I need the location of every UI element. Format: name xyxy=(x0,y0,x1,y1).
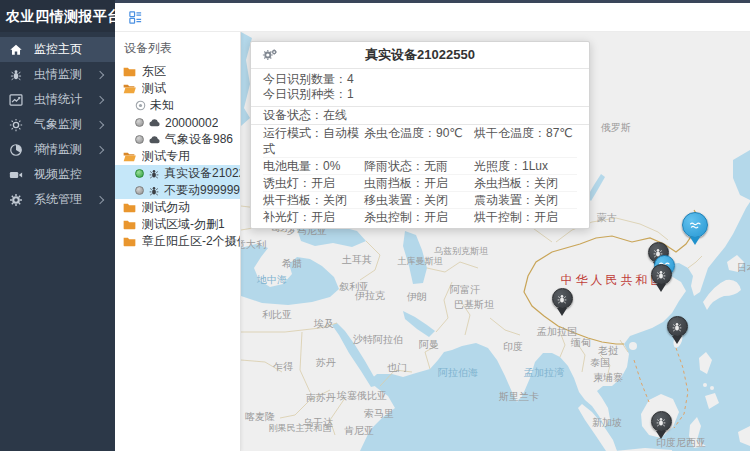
tree-device[interactable]: 不要动99999999 xyxy=(115,182,240,199)
popup-grid-cell: 杀虫仓温度：90℃ xyxy=(364,125,474,157)
sun-icon xyxy=(9,118,23,132)
tree-folder[interactable]: 测试勿动 xyxy=(115,199,240,216)
panel-toggle-icon[interactable] xyxy=(128,10,143,25)
popup-grid-cell: 补光灯：开启 xyxy=(263,209,364,225)
popup-grid-row: 运行模式：自动模式杀虫仓温度：90℃烘干仓温度：87℃ xyxy=(263,125,577,157)
sidebar-item-label: 墒情监测 xyxy=(34,141,97,158)
sidebar-item-video-monitor[interactable]: 视频监控 xyxy=(0,162,115,187)
tree-item-label: 章丘阳丘区-2个摄像头 xyxy=(142,233,240,250)
sidebar-item-insect-monitor[interactable]: 虫情监测 xyxy=(0,62,115,87)
popup-grid-cell: 降雨状态：无雨 xyxy=(364,158,474,174)
chevron-right-icon xyxy=(96,120,104,128)
insect-icon xyxy=(552,288,573,309)
folder-icon xyxy=(123,219,136,230)
sidebar-item-insect-stats[interactable]: 虫情统计 xyxy=(0,87,115,112)
popup-grid-row: 诱虫灯：开启虫雨挡板：开启杀虫挡板：关闭 xyxy=(263,174,577,191)
popup-grid-row: 烘干挡板：关闭移虫装置：关闭震动装置：关闭 xyxy=(263,191,577,208)
sidebar-item-label: 视频监控 xyxy=(34,166,105,183)
popup-grid-cell: 杀虫控制：开启 xyxy=(364,209,474,225)
topbar xyxy=(115,0,750,32)
water-wave-icon xyxy=(682,212,708,238)
tree-item-label: 测试区域-勿删1 xyxy=(142,216,225,233)
sidebar-item-label: 系统管理 xyxy=(34,191,97,208)
map[interactable]: 俄罗斯蒙古中华人民共和国捷克乌克兰匈牙利罗马尼亚意大利希腊土耳其哈萨克斯坦乌兹别… xyxy=(241,32,750,451)
insect-station-marker[interactable] xyxy=(650,411,672,439)
chevron-right-icon xyxy=(96,95,104,103)
insect-icon xyxy=(667,316,688,337)
sidebar-item-label: 监控主页 xyxy=(34,41,105,58)
insect-icon xyxy=(651,264,672,285)
popup-grid-cell: 烘干控制：开启 xyxy=(474,209,577,225)
popup-grid-cell: 虫雨挡板：开启 xyxy=(364,175,474,191)
pin-tail xyxy=(557,308,567,316)
popup-grid-cell: 移虫装置：关闭 xyxy=(364,192,474,208)
popup-grid-cell: 诱虫灯：开启 xyxy=(263,175,364,191)
tree-folder[interactable]: 东区 xyxy=(115,63,240,80)
video-icon xyxy=(9,168,23,182)
folder-open-icon xyxy=(123,151,136,162)
device-list-panel: 设备列表 东区测试未知20000002气象设备986测试专用真实设备210225… xyxy=(115,32,241,451)
tree-item-label: 20000002 xyxy=(165,116,218,130)
tree-item-label: 东区 xyxy=(142,63,166,80)
bug-device-icon xyxy=(148,168,160,180)
popup-grid-cell: 运行模式：自动模式 xyxy=(263,125,364,157)
device-tree: 东区测试未知20000002气象设备986测试专用真实设备21022550不要动… xyxy=(115,63,240,250)
pin-tail xyxy=(656,431,666,439)
popup-title: 真实设备21022550 xyxy=(251,42,589,68)
tree-device[interactable]: 未知 xyxy=(115,97,240,114)
tree-folder[interactable]: 测试区域-勿删1 xyxy=(115,216,240,233)
tree-item-label: 真实设备21022550 xyxy=(164,165,240,182)
sidebar-item-monitor-home[interactable]: 监控主页 xyxy=(0,37,115,62)
popup-status-grid: 运行模式：自动模式杀虫仓温度：90℃烘干仓温度：87℃电池电量：0%降雨状态：无… xyxy=(251,125,589,228)
app-window: 农业四情测报平台 监控主页虫情监测虫情统计气象监测墒情监测视频监控系统管理 设备… xyxy=(0,0,750,451)
folder-icon xyxy=(123,66,136,77)
sidebar-item-label: 虫情统计 xyxy=(34,91,97,108)
sidebar: 农业四情测报平台 监控主页虫情监测虫情统计气象监测墒情监测视频监控系统管理 xyxy=(0,0,115,451)
tree-folder[interactable]: 测试专用 xyxy=(115,148,240,165)
popup-grid-row: 补光灯：开启杀虫控制：开启烘干控制：开启 xyxy=(263,208,577,225)
popup-grid-cell: 光照度：1Lux xyxy=(474,158,577,174)
tree-device[interactable]: 20000002 xyxy=(115,114,240,131)
insect-station-marker[interactable] xyxy=(650,264,672,292)
insect-station-marker[interactable] xyxy=(551,288,573,316)
gear-icon xyxy=(9,193,23,207)
popup-header: 真实设备21022550 xyxy=(251,42,589,69)
sidebar-item-weather-monitor[interactable]: 气象监测 xyxy=(0,112,115,137)
status-dot-offline xyxy=(135,118,144,127)
insect-station-marker[interactable] xyxy=(666,316,688,344)
pin-tail xyxy=(690,237,700,245)
pin-tail xyxy=(672,336,682,344)
moisture-station-marker[interactable] xyxy=(681,212,709,245)
app-title: 农业四情测报平台 xyxy=(0,0,115,32)
chevron-right-icon xyxy=(96,195,104,203)
tree-device[interactable]: 真实设备21022550 xyxy=(115,165,240,182)
cloud-device-icon xyxy=(148,118,161,127)
tree-item-label: 测试 xyxy=(142,80,166,97)
status-dot-online xyxy=(135,169,144,178)
chevron-right-icon xyxy=(96,70,104,78)
tree-item-label: 气象设备986 xyxy=(165,131,233,148)
settings-gears-icon[interactable] xyxy=(261,48,278,65)
status-dot-offline xyxy=(135,135,144,144)
tree-folder[interactable]: 测试 xyxy=(115,80,240,97)
device-info-popup: 真实设备21022550 今日识别数量：4今日识别种类：1 设备状态：在线 运行… xyxy=(250,41,590,229)
sidebar-item-system-manage[interactable]: 系统管理 xyxy=(0,187,115,212)
folder-icon xyxy=(123,202,136,213)
popup-grid-cell: 震动装置：关闭 xyxy=(474,192,577,208)
tree-item-label: 不要动99999999 xyxy=(164,182,240,199)
chart-icon xyxy=(9,93,23,107)
tree-item-label: 测试勿动 xyxy=(142,199,190,216)
home-icon xyxy=(9,43,23,57)
popup-grid-cell: 电池电量：0% xyxy=(263,158,364,174)
device-list-header: 设备列表 xyxy=(115,32,240,63)
tree-item-label: 未知 xyxy=(150,97,174,114)
cloud-device-icon xyxy=(148,135,161,144)
popup-grid-row: 电池电量：0%降雨状态：无雨光照度：1Lux xyxy=(263,157,577,174)
tree-folder[interactable]: 章丘阳丘区-2个摄像头 xyxy=(115,233,240,250)
sidebar-item-soil-monitor[interactable]: 墒情监测 xyxy=(0,137,115,162)
tree-device[interactable]: 气象设备986 xyxy=(115,131,240,148)
bug-icon xyxy=(9,68,23,82)
folder-open-icon xyxy=(123,83,136,94)
device-status-line: 设备状态：在线 xyxy=(251,106,589,125)
insect-icon xyxy=(651,411,672,432)
